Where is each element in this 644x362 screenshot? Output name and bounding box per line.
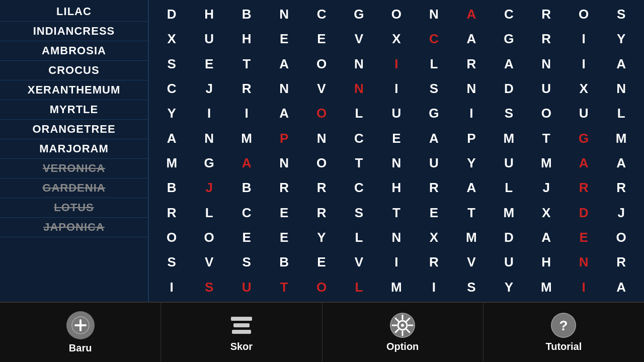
grid-cell-10-3[interactable]: B [269,254,300,270]
grid-cell-3-9[interactable]: D [493,81,524,97]
grid-cell-3-1[interactable]: J [194,81,225,97]
grid-cell-0-2[interactable]: B [231,7,262,22]
grid-cell-3-11[interactable]: X [568,81,599,97]
grid-cell-9-3[interactable]: E [269,230,300,245]
grid-cell-8-12[interactable]: J [606,205,637,221]
word-item-xeranthemum[interactable]: XERANTHEMUM [0,80,148,100]
grid-cell-4-0[interactable]: Y [156,106,187,121]
grid-cell-2-6[interactable]: I [381,56,412,72]
word-item-ambrosia[interactable]: AMBROSIA [0,41,148,61]
word-item-gardenia[interactable]: GARDENIA [0,178,148,198]
grid-cell-8-2[interactable]: C [231,205,262,221]
grid-cell-11-0[interactable]: I [156,280,187,295]
grid-cell-11-2[interactable]: U [231,280,262,295]
grid-cell-4-9[interactable]: S [493,106,524,121]
grid-cell-6-1[interactable]: G [194,155,225,171]
word-item-crocus[interactable]: CROCUS [0,61,148,80]
grid-cell-9-1[interactable]: O [194,230,225,245]
toolbar-item-option[interactable]: Option [323,303,484,362]
grid-cell-6-2[interactable]: A [231,155,262,171]
toolbar-item-tutorial[interactable]: ? Tutorial [484,303,644,362]
grid-cell-3-0[interactable]: C [156,81,187,97]
grid-cell-5-6[interactable]: E [381,131,412,146]
grid-cell-10-9[interactable]: U [493,254,524,270]
grid-cell-7-9[interactable]: L [493,180,524,196]
grid-cell-1-3[interactable]: E [269,31,300,47]
grid-cell-11-3[interactable]: T [269,280,300,295]
grid-cell-7-6[interactable]: H [381,180,412,196]
grid-cell-8-11[interactable]: D [568,205,599,221]
grid-cell-8-7[interactable]: E [418,205,449,221]
grid-cell-8-8[interactable]: T [456,205,487,221]
word-item-lilac[interactable]: LILAC [0,2,148,22]
grid-cell-4-10[interactable]: O [531,106,562,121]
grid-cell-3-5[interactable]: N [343,81,374,97]
grid-cell-9-4[interactable]: Y [306,230,337,245]
grid-cell-1-10[interactable]: R [531,31,562,47]
grid-cell-7-7[interactable]: R [418,180,449,196]
grid-cell-8-3[interactable]: E [269,205,300,221]
grid-cell-8-0[interactable]: R [156,205,187,221]
grid-cell-4-1[interactable]: I [194,106,225,121]
grid-cell-9-2[interactable]: E [231,230,262,245]
grid-cell-0-12[interactable]: S [606,7,637,22]
grid-cell-10-8[interactable]: V [456,254,487,270]
grid-cell-1-2[interactable]: H [231,31,262,47]
grid-cell-3-2[interactable]: R [231,81,262,97]
grid-cell-3-12[interactable]: N [606,81,637,97]
grid-cell-5-11[interactable]: G [568,131,599,146]
grid-cell-8-10[interactable]: X [531,205,562,221]
grid-cell-1-0[interactable]: X [156,31,187,47]
word-item-japonica[interactable]: JAPONICA [0,218,148,237]
grid-cell-3-10[interactable]: U [531,81,562,97]
grid-cell-9-10[interactable]: A [531,230,562,245]
grid-cell-0-4[interactable]: C [306,7,337,22]
grid-cell-5-12[interactable]: M [606,131,637,146]
grid-cell-0-5[interactable]: G [343,7,374,22]
toolbar-item-skor[interactable]: Skor [161,303,322,362]
grid-cell-0-9[interactable]: C [493,7,524,22]
grid-cell-10-1[interactable]: V [194,254,225,270]
grid-cell-3-3[interactable]: N [269,81,300,97]
grid-cell-2-10[interactable]: N [531,56,562,72]
grid-cell-2-0[interactable]: S [156,56,187,72]
grid-cell-5-4[interactable]: N [306,131,337,146]
toolbar-item-baru[interactable]: Baru [0,303,161,362]
grid-cell-8-5[interactable]: S [343,205,374,221]
grid-cell-7-4[interactable]: R [306,180,337,196]
grid-cell-11-8[interactable]: S [456,280,487,295]
grid-cell-6-3[interactable]: N [269,155,300,171]
word-item-indiancress[interactable]: INDIANCRESS [0,22,148,41]
grid-cell-11-5[interactable]: L [343,280,374,295]
grid-cell-2-4[interactable]: O [306,56,337,72]
grid-cell-11-12[interactable]: A [606,280,637,295]
grid-cell-2-9[interactable]: A [493,56,524,72]
grid-cell-9-11[interactable]: E [568,230,599,245]
grid-cell-1-5[interactable]: V [343,31,374,47]
grid-cell-2-12[interactable]: A [606,56,637,72]
grid-cell-0-11[interactable]: O [568,7,599,22]
grid-cell-5-3[interactable]: P [269,131,300,146]
grid-cell-4-5[interactable]: L [343,106,374,121]
grid-cell-7-5[interactable]: C [343,180,374,196]
grid-cell-11-1[interactable]: S [194,280,225,295]
grid-cell-2-7[interactable]: L [418,56,449,72]
grid-cell-2-1[interactable]: E [194,56,225,72]
grid-cell-1-11[interactable]: I [568,31,599,47]
grid-cell-11-4[interactable]: O [306,280,337,295]
grid-cell-2-5[interactable]: N [343,56,374,72]
grid-cell-4-8[interactable]: I [456,106,487,121]
word-item-orangetree[interactable]: ORANGETREE [0,120,148,139]
grid-cell-0-0[interactable]: D [156,7,187,22]
grid-cell-10-2[interactable]: S [231,254,262,270]
grid-cell-3-4[interactable]: V [306,81,337,97]
grid-cell-5-9[interactable]: M [493,131,524,146]
grid-cell-4-4[interactable]: O [306,106,337,121]
grid-cell-7-3[interactable]: R [269,180,300,196]
grid-cell-6-5[interactable]: T [343,155,374,171]
word-item-marjoram[interactable]: MARJORAM [0,139,148,159]
grid-cell-10-10[interactable]: H [531,254,562,270]
grid-cell-5-8[interactable]: P [456,131,487,146]
grid-cell-1-12[interactable]: Y [606,31,637,47]
grid-cell-0-6[interactable]: O [381,7,412,22]
